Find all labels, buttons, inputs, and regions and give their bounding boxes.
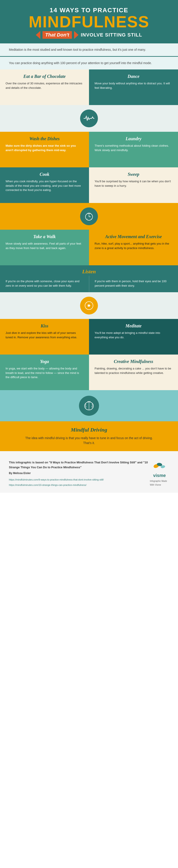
laundry-text: There's something methodical about foldi… — [94, 144, 173, 152]
listen-text-right: If you're with them in person, hold thei… — [95, 279, 173, 288]
footer-text-area: This infographic is based on "9 Ways to … — [9, 460, 150, 487]
creative-title: Creative Mindfulness — [94, 359, 173, 364]
footer-link-1[interactable]: https://mindfulminutes.com/9-ways-to-pra… — [9, 477, 150, 482]
row-kiss-meditate: Kiss Just dive in and explore the kiss w… — [0, 319, 178, 354]
active-movement-title: Active Movement and Exercise — [94, 234, 173, 239]
svg-text:♪: ♪ — [86, 217, 88, 221]
listen-title-area: Listen — [0, 265, 178, 276]
footer-author: By Melissa Eisler — [9, 471, 150, 475]
take-walk-title: Take a Walk — [5, 234, 84, 239]
row-listen: Listen If you're on the phone with someo… — [0, 265, 178, 292]
wash-dishes-text: Make sure the dirty dishes are near the … — [5, 144, 84, 152]
arrow-right-icon — [74, 31, 79, 39]
kiss-text: Just dive in and explore the kiss with a… — [5, 331, 84, 339]
info-section: Meditation is the most studied and well … — [0, 43, 178, 69]
row-walk-exercise: Take a Walk Move slowly and with awarene… — [0, 230, 178, 265]
dance-title: Dance — [94, 74, 173, 79]
header-subtitle: That Don't INVOLVE SITTING STILL — [4, 31, 174, 39]
card-dance: Dance Move your body without anything el… — [89, 69, 178, 105]
info-box-2: You can practice doing anything with 100… — [0, 57, 178, 69]
svg-text:♪: ♪ — [86, 301, 87, 304]
card-active-movement: Active Movement and Exercise Run, hike, … — [89, 230, 178, 265]
icon-row-1 — [0, 105, 178, 132]
header-main-title: MINDFULNESS — [4, 14, 174, 30]
info-box-1: Meditation is the most studied and well … — [0, 43, 178, 57]
visme-brand: visme — [153, 472, 166, 479]
footer-disclaimer: This infographic is based on "9 Ways to … — [9, 460, 150, 470]
music-icon: ♪ — [80, 297, 98, 314]
listen-title: Listen — [82, 269, 96, 274]
listen-content: If you're on the phone with someone, clo… — [0, 276, 178, 292]
active-movement-text: Run, hike, surf, play a sport... anythin… — [94, 242, 173, 250]
svg-text:♪: ♪ — [90, 217, 92, 221]
wash-dishes-title: Wash the Dishes — [5, 136, 84, 141]
timer-icon: ♪ ♪ — [80, 208, 98, 225]
take-walk-text: Move slowly and with awareness. Feel all… — [5, 242, 84, 250]
cook-text: When you cook mindfully, you are hyper-f… — [5, 179, 84, 192]
icon-row-3: ♪ — [0, 292, 178, 319]
creative-text: Painting, drawing, decorating a cake ...… — [94, 366, 173, 375]
cook-title: Cook — [5, 172, 84, 177]
row-cook-sweep: Cook When you cook mindfully, you are hy… — [0, 167, 178, 203]
icon-row-2: ♪ ♪ — [0, 203, 178, 230]
listen-text-left: If you're on the phone with someone, clo… — [5, 279, 84, 288]
svg-rect-1 — [88, 213, 89, 214]
card-meditate: Meditate You'll be more adept at bringin… — [89, 319, 178, 354]
row-chocolate-dance: Eat a Bar of Chocolate Over the course o… — [0, 69, 178, 105]
arrow-left-icon — [36, 31, 40, 39]
footer: This infographic is based on "9 Ways to … — [0, 451, 178, 493]
card-cook: Cook When you cook mindfully, you are hy… — [0, 167, 89, 203]
card-laundry: Laundry There's something methodical abo… — [89, 132, 178, 167]
row-wash-laundry: Wash the Dishes Make sure the dirty dish… — [0, 132, 178, 167]
card-creative: Creative Mindfulness Painting, drawing, … — [89, 354, 178, 390]
visme-logo-area: visme Infographic Made With Visme — [150, 461, 169, 487]
footer-content: This infographic is based on "9 Ways to … — [9, 460, 169, 487]
dance-text: Move your body without anything else to … — [94, 81, 173, 90]
mindful-driving-text: The idea with mindful driving is that yo… — [22, 436, 156, 445]
header: 14 WAYS TO PRACTICE MINDFULNESS That Don… — [0, 0, 178, 43]
laundry-title: Laundry — [94, 136, 173, 141]
footer-link-2[interactable]: https://mindfulminutes.com/10-strange-th… — [9, 483, 150, 487]
visme-tagline: Infographic Made With Visme — [150, 479, 169, 487]
card-eat-chocolate: Eat a Bar of Chocolate Over the course o… — [0, 69, 89, 105]
heartbeat-icon — [80, 110, 98, 127]
listen-left: If you're on the phone with someone, clo… — [0, 276, 89, 292]
sweep-text: You'll be surprised by how relaxing it c… — [94, 179, 173, 188]
header-dont-text: That Don't — [42, 31, 72, 39]
eat-chocolate-text: Over the course of 30 minutes, experienc… — [5, 81, 84, 90]
sweep-title: Sweep — [94, 172, 173, 177]
mindful-driving-title: Mindful Driving — [13, 427, 165, 433]
meditate-text: You'll be more adept at bringing a mindf… — [94, 331, 173, 339]
header-sitting-text: INVOLVE SITTING STILL — [81, 32, 142, 38]
yoga-text: In yoga, we start with the body — allowi… — [5, 366, 84, 379]
eat-chocolate-title: Eat a Bar of Chocolate — [5, 74, 84, 79]
row-yoga-creative: Yoga In yoga, we start with the body — a… — [0, 354, 178, 390]
kiss-title: Kiss — [5, 323, 84, 329]
visme-bird-icon — [153, 461, 166, 472]
listen-right: If you're with them in person, hold thei… — [89, 276, 178, 292]
row-mindful-driving: Mindful Driving The idea with mindful dr… — [0, 421, 178, 451]
card-sweep: Sweep You'll be surprised by how relaxin… — [89, 167, 178, 203]
brain-icon — [79, 396, 99, 416]
meditate-title: Meditate — [94, 323, 173, 329]
yoga-title: Yoga — [5, 359, 84, 364]
card-wash-dishes: Wash the Dishes Make sure the dirty dish… — [0, 132, 89, 167]
card-take-walk: Take a Walk Move slowly and with awarene… — [0, 230, 89, 265]
svg-rect-2 — [89, 213, 90, 214]
card-kiss: Kiss Just dive in and explore the kiss w… — [0, 319, 89, 354]
card-yoga: Yoga In yoga, we start with the body — a… — [0, 354, 89, 390]
brain-icon-row — [0, 390, 178, 421]
